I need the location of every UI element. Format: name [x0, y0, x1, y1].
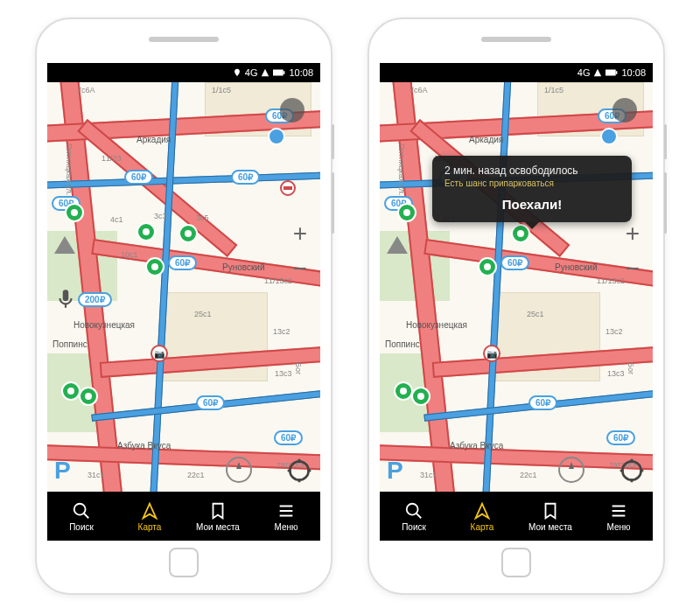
- parking-price-badge[interactable]: 60₽: [606, 430, 635, 445]
- parking-price-badge[interactable]: 60₽: [528, 395, 557, 410]
- parking-spot-marker[interactable]: [145, 257, 164, 276]
- zoom-out-button[interactable]: −: [289, 257, 312, 280]
- map-label: 3с5: [196, 213, 209, 222]
- voice-button[interactable]: [54, 288, 79, 312]
- parking-spot-marker[interactable]: [394, 381, 413, 401]
- signal-icon: [593, 68, 602, 77]
- nav-search[interactable]: Поиск: [380, 492, 448, 541]
- camera-sign-icon: 📷: [483, 345, 500, 362]
- nav-map[interactable]: Карта: [116, 492, 184, 541]
- tooltip-title: 2 мин. назад освободилось: [444, 164, 620, 177]
- map-poi-label: Азбука Вкуса: [450, 441, 503, 451]
- parking-price-badge[interactable]: 60₽: [500, 255, 529, 270]
- search-icon: [404, 501, 424, 521]
- parking-button[interactable]: P: [54, 457, 71, 485]
- parking-spot-marker[interactable]: [79, 387, 98, 406]
- parking-price-badge[interactable]: 60₽: [231, 170, 260, 185]
- street-label: Бог: [294, 362, 303, 374]
- map-poi-label: Новокузнецкая: [406, 320, 467, 330]
- map-label: 7с6A: [410, 86, 428, 94]
- parking-price-badge[interactable]: 60₽: [168, 255, 197, 270]
- parking-button[interactable]: P: [387, 457, 403, 485]
- nav-label: Меню: [606, 522, 630, 532]
- map-label: 1/1с5: [212, 86, 231, 94]
- parking-price-badge[interactable]: 60₽: [124, 170, 153, 185]
- map-canvas[interactable]: 7с6A 1/1с5 Аркадия 11/23 Пятницкая ул. 4…: [380, 82, 653, 492]
- no-entry-sign-icon: [280, 180, 296, 196]
- parking-spot-marker[interactable]: [65, 203, 84, 222]
- map-label: 13с3: [275, 369, 292, 378]
- warning-sign-icon: [387, 236, 408, 254]
- parking-spot-marker[interactable]: [136, 222, 156, 241]
- cursor-icon: [472, 501, 492, 521]
- street-label: Руновский: [555, 262, 598, 272]
- zoom-in-button[interactable]: +: [289, 222, 312, 245]
- clock: 10:08: [289, 67, 313, 78]
- parking-tooltip[interactable]: 2 мин. назад освободилось Есть шанс прип…: [432, 156, 632, 222]
- street-label: Пятницкая ул.: [65, 143, 74, 195]
- map-marker[interactable]: [268, 128, 285, 145]
- zoom-out-button[interactable]: −: [621, 257, 644, 280]
- parking-price-badge[interactable]: 60₽: [196, 395, 225, 410]
- search-icon: [72, 501, 91, 521]
- map-marker[interactable]: [600, 128, 618, 145]
- nav-places[interactable]: Мои места: [516, 492, 584, 541]
- street-label: Бог: [626, 362, 635, 374]
- svg-rect-0: [273, 70, 284, 76]
- camera-sign-icon: 📷: [150, 345, 168, 362]
- map-label: 25с1: [194, 310, 212, 318]
- status-bar: 4G 10:08: [380, 63, 653, 82]
- nav-menu[interactable]: Меню: [584, 492, 653, 541]
- map-poi-label: Новокузнецкая: [74, 320, 135, 330]
- map-label: 25с1: [527, 310, 544, 318]
- svg-rect-5: [616, 71, 618, 74]
- compass-button[interactable]: [558, 457, 584, 483]
- parking-spot-marker[interactable]: [178, 224, 198, 243]
- nav-map[interactable]: Карта: [448, 492, 516, 541]
- map-poi-label: Поппинс: [385, 339, 420, 349]
- parking-price-badge[interactable]: 200₽: [78, 292, 112, 307]
- compass-button[interactable]: [226, 457, 252, 483]
- svg-rect-1: [284, 71, 285, 74]
- street-label: Пятницкая ул.: [397, 143, 406, 195]
- map-canvas[interactable]: 7с6A 1/1с5 Аркадия 11/23 Пятницкая ул. 4…: [47, 82, 320, 492]
- locate-button[interactable]: [618, 457, 646, 485]
- map-label: 13с3: [607, 369, 625, 378]
- phone-frame-right: 4G 10:08 7с6A 1/1с5 Аркадия 11/23 Пятниц…: [368, 17, 665, 595]
- nav-search[interactable]: Поиск: [47, 492, 116, 541]
- locate-button[interactable]: [285, 457, 313, 485]
- nav-menu[interactable]: Меню: [252, 492, 320, 541]
- phone-frame-left: 4G 10:08 7с6A 1/1с5 Аркадия: [35, 17, 332, 595]
- phone-side-buttons: [332, 124, 334, 159]
- phone-side-buttons: [664, 124, 667, 159]
- map-label: 11/23: [102, 154, 122, 163]
- parking-spot-marker[interactable]: [61, 381, 80, 401]
- nav-label: Мои места: [528, 522, 572, 532]
- parking-spot-marker[interactable]: [397, 203, 416, 222]
- network-label: 4G: [578, 67, 591, 78]
- parking-price-badge[interactable]: 60₽: [274, 430, 303, 445]
- location-icon: [565, 68, 574, 77]
- battery-icon: [273, 68, 285, 77]
- parking-spot-marker[interactable]: [411, 387, 430, 406]
- map-label: 31с1: [88, 471, 105, 479]
- map-label: 1/1с5: [544, 86, 564, 94]
- nav-label: Поиск: [402, 522, 426, 532]
- map-poi-label: Аркадия: [469, 135, 503, 144]
- map-label: 7с6A: [77, 86, 95, 94]
- map-poi-label: Аркадия: [136, 135, 171, 144]
- svg-point-2: [290, 461, 308, 479]
- map-label: 13с2: [606, 327, 623, 336]
- parking-spot-marker[interactable]: [478, 257, 497, 276]
- svg-point-3: [74, 503, 86, 514]
- warning-sign-icon: [54, 236, 75, 254]
- menu-icon: [609, 501, 628, 521]
- zoom-in-button[interactable]: +: [621, 222, 644, 245]
- nav-label: Поиск: [69, 522, 94, 532]
- tooltip-go-button[interactable]: Поехали!: [444, 197, 620, 212]
- traffic-button[interactable]: [612, 98, 637, 122]
- screen: 4G 10:08 7с6A 1/1с5 Аркадия 11/23 Пятниц…: [380, 63, 653, 541]
- nav-places[interactable]: Мои места: [184, 492, 252, 541]
- map-label: 4с1: [110, 215, 123, 224]
- traffic-button[interactable]: [280, 98, 304, 122]
